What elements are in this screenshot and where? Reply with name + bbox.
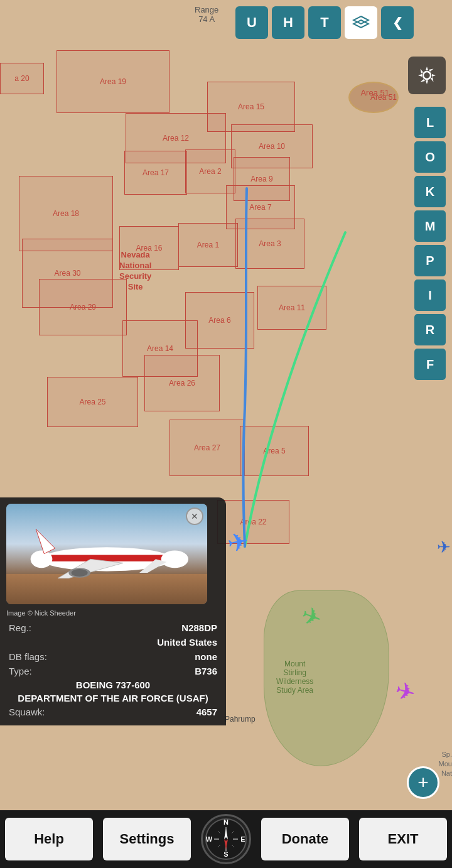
settings-btn[interactable]: Settings: [103, 818, 191, 860]
type-label: Type:: [9, 666, 32, 676]
aircraft-image: [6, 504, 207, 604]
compass-svg: N S E W: [204, 817, 248, 861]
area51-text: Area 51: [370, 93, 397, 102]
clipped-mou-label: Mou: [439, 760, 452, 768]
gear-btn[interactable]: [408, 57, 446, 94]
plus-btn[interactable]: +: [407, 766, 439, 799]
country-row: United States: [0, 635, 226, 649]
dbflags-row: DB flags: none: [0, 649, 226, 664]
area-area26: Area 26: [144, 355, 220, 411]
reg-row: Reg.: N288DP: [0, 621, 226, 635]
clipped-sp-label: Sp.: [441, 751, 452, 758]
pahrump-label: Pahrump: [225, 715, 256, 724]
svg-point-2: [423, 72, 431, 79]
layers-btn[interactable]: [345, 6, 377, 39]
right-btn-R[interactable]: R: [414, 314, 446, 345]
area-area5: Area 5: [240, 426, 309, 476]
image-credit: Image © Nick Sheeder: [0, 608, 226, 621]
layers-icon: [352, 14, 370, 31]
clipped-nat-label: Nat: [441, 769, 452, 777]
right-btn-O[interactable]: O: [414, 141, 446, 173]
reg-label: Reg.:: [9, 622, 31, 633]
right-btn-F[interactable]: F: [414, 349, 446, 380]
toolbar: U H T ❮: [235, 6, 414, 39]
back-btn[interactable]: ❮: [381, 6, 414, 39]
area-area1: Area 1: [178, 223, 238, 267]
area-area3: Area 3: [235, 219, 304, 269]
dbflags-value: none: [195, 651, 217, 662]
squawk-row: Squawk: 4657: [0, 705, 226, 719]
svg-point-5: [161, 550, 188, 568]
gear-icon: [416, 64, 438, 87]
area-area29: Area 29: [39, 279, 127, 335]
compass: N S E W: [201, 814, 251, 864]
area-area17: Area 17: [124, 151, 187, 195]
mount-stirling-label: MountStirlingWildernessStudy Area: [276, 659, 313, 695]
right-btn-P[interactable]: P: [414, 245, 446, 276]
nevada-security-site-label: NevadaNationalSecuritySite: [119, 250, 151, 293]
type-row: Type: B736: [0, 664, 226, 678]
aircraft-panel: ✕ Image © Nick Sheeder Reg.: N288DP Unit…: [0, 497, 226, 725]
squawk-label: Squawk:: [9, 707, 45, 717]
svg-point-8: [72, 569, 88, 577]
airplane-top-right[interactable]: ✈: [437, 538, 451, 557]
operator-row: DEPARTMENT OF THE AIR FORCE (USAF): [0, 692, 226, 705]
area-area20: a 20: [0, 63, 44, 94]
svg-point-6: [31, 550, 53, 568]
help-btn[interactable]: Help: [5, 818, 93, 860]
close-panel-btn[interactable]: ✕: [186, 507, 203, 525]
country-value: United States: [157, 637, 217, 648]
svg-rect-4: [41, 555, 172, 561]
btn-t[interactable]: T: [308, 6, 341, 39]
svg-text:W: W: [206, 835, 213, 843]
aircraft-image-container: ✕: [6, 504, 207, 604]
aircraft-svg: [16, 524, 197, 589]
right-btn-L[interactable]: L: [414, 107, 446, 138]
range-label: Range74 A: [195, 5, 218, 24]
btn-u[interactable]: U: [235, 6, 268, 39]
squawk-value: 4657: [196, 707, 217, 717]
btn-h[interactable]: H: [272, 6, 304, 39]
bottom-bar: Help Settings N S E W Donate EXIT: [0, 810, 452, 868]
donate-btn[interactable]: Donate: [261, 818, 349, 860]
reg-value: N288DP: [181, 622, 217, 633]
svg-text:N: N: [223, 818, 229, 826]
svg-text:S: S: [223, 850, 228, 858]
svg-text:E: E: [240, 835, 245, 843]
type-value: B736: [195, 666, 217, 676]
back-icon: ❮: [392, 15, 403, 30]
area-area25: Area 25: [47, 377, 138, 427]
right-btn-K[interactable]: K: [414, 176, 446, 207]
right-btn-M[interactable]: M: [414, 210, 446, 242]
area-area19: Area 19: [56, 50, 170, 113]
right-btn-I[interactable]: I: [414, 279, 446, 311]
model-row: BOEING 737-600: [0, 678, 226, 692]
right-buttons: L O K M P I R F: [414, 107, 446, 380]
area-area11: Area 11: [257, 286, 326, 330]
exit-btn[interactable]: EXIT: [359, 818, 447, 860]
area-area27: Area 27: [170, 420, 245, 476]
dbflags-label: DB flags:: [9, 651, 47, 662]
